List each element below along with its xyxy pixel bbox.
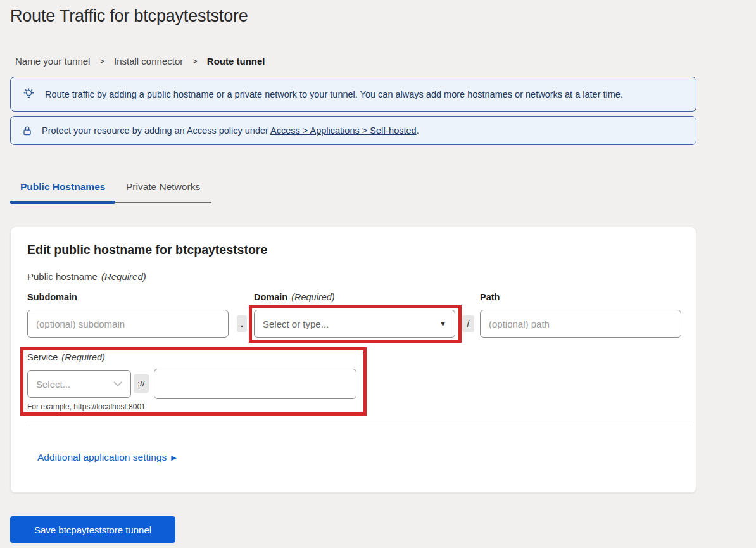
domain-select-value: Select or type... (263, 319, 329, 329)
card-title: Edit public hostname for btcpayteststore (27, 243, 267, 257)
breadcrumb-step-route-tunnel: Route tunnel (207, 56, 265, 67)
route-traffic-page: Route Traffic for btcpayteststore Name y… (0, 0, 756, 548)
tab-divider-line (115, 202, 211, 203)
required-indicator: (Required) (291, 292, 335, 302)
banner-text-before: Protect your resource by adding an Acces… (42, 125, 270, 136)
card-divider (27, 421, 692, 421)
slash-separator: / (462, 315, 474, 332)
breadcrumb-step-install-connector[interactable]: Install connector (114, 56, 183, 67)
chevron-down-icon (113, 378, 122, 390)
additional-application-settings-link[interactable]: Additional application settings ▶ (37, 452, 177, 463)
service-label-text: Service (27, 352, 58, 362)
breadcrumb-separator: > (99, 56, 104, 66)
scheme-separator: :// (134, 374, 149, 393)
service-type-select[interactable]: Select... (27, 370, 131, 398)
domain-label-text: Domain (254, 292, 287, 302)
domain-select[interactable]: Select or type... ▼ (254, 310, 455, 338)
service-url-input[interactable] (154, 369, 356, 399)
breadcrumb-separator: > (192, 56, 198, 66)
breadcrumb-step-name-your-tunnel[interactable]: Name your tunnel (15, 56, 90, 67)
save-tunnel-button[interactable]: Save btcpayteststore tunnel (10, 516, 175, 543)
access-applications-link[interactable]: Access > Applications > Self-hosted (270, 125, 417, 136)
info-banner-route-traffic: Route traffic by adding a public hostnam… (10, 77, 696, 112)
domain-label: Domain(Required) (254, 292, 335, 302)
breadcrumb: Name your tunnel > Install connector > R… (15, 56, 265, 67)
subdomain-label: Subdomain (27, 292, 77, 302)
path-label: Path (480, 292, 500, 302)
active-tab-indicator (10, 201, 115, 204)
additional-settings-label: Additional application settings (37, 452, 167, 463)
chevron-down-icon: ▼ (439, 320, 446, 328)
service-type-select-value: Select... (36, 379, 70, 390)
required-indicator: (Required) (61, 352, 105, 362)
banner-text-after: . (417, 125, 419, 136)
tab-public-hostnames[interactable]: Public Hostnames (20, 181, 105, 193)
dot-separator: . (237, 315, 247, 332)
subdomain-input[interactable] (27, 310, 229, 338)
edit-public-hostname-card: Edit public hostname for btcpayteststore… (10, 227, 696, 493)
lock-icon (22, 125, 32, 137)
lightbulb-icon (22, 87, 35, 101)
page-title: Route Traffic for btcpayteststore (10, 6, 248, 26)
section-label-text: Public hostname (27, 271, 98, 282)
path-input[interactable] (480, 310, 681, 338)
tab-private-networks[interactable]: Private Networks (126, 181, 200, 193)
info-banner-access-policy: Protect your resource by adding an Acces… (10, 116, 696, 145)
service-hint: For example, https://localhost:8001 (27, 402, 146, 411)
public-hostname-section-label: Public hostname(Required) (27, 271, 146, 282)
required-indicator: (Required) (101, 271, 146, 282)
banner-text: Protect your resource by adding an Acces… (42, 125, 419, 136)
arrow-right-icon: ▶ (171, 454, 176, 462)
banner-text: Route traffic by adding a public hostnam… (45, 89, 623, 99)
service-label: Service(Required) (27, 352, 105, 362)
